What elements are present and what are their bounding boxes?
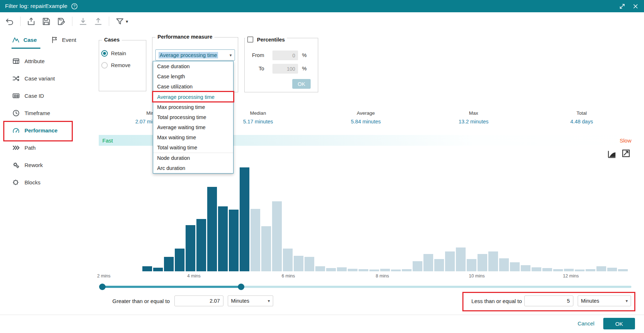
sidebar-item-label: Case variant xyxy=(25,75,55,82)
percentiles-legend-row: Percentiles xyxy=(245,36,287,43)
lte-label: Less than or equal to xyxy=(466,298,522,304)
fast-label: Fast xyxy=(102,137,113,144)
measure-option-case-duration[interactable]: Case duration xyxy=(153,61,233,71)
histogram-bar xyxy=(326,268,336,271)
histogram-bar xyxy=(542,268,552,271)
range-slider-handle-max[interactable] xyxy=(238,284,244,290)
lte-value-input[interactable] xyxy=(524,295,573,306)
x-axis-tick: 12 mins xyxy=(556,273,585,279)
measure-option-max-waiting-time[interactable]: Max waiting time xyxy=(153,132,233,143)
ok-button[interactable]: OK xyxy=(603,318,635,329)
measure-option-node-duration[interactable]: Node duration xyxy=(153,153,233,163)
tab-case[interactable]: Case xyxy=(12,36,37,44)
histogram-bar xyxy=(510,262,520,271)
range-slider-handle-min[interactable] xyxy=(99,284,106,290)
measure-select[interactable]: Average processing time ▾ xyxy=(155,49,235,61)
histogram-bar xyxy=(369,270,379,271)
undo-icon[interactable] xyxy=(5,17,14,26)
to-label: To xyxy=(251,66,264,71)
x-axis-tick: 4 mins xyxy=(179,273,208,279)
save-edit-icon[interactable] xyxy=(57,17,66,26)
download-icon[interactable] xyxy=(79,17,88,26)
histogram-bar xyxy=(283,249,293,271)
histogram-bar xyxy=(196,219,206,271)
measure-option-max-processing-time[interactable]: Max processing time xyxy=(153,102,233,112)
histogram-bar xyxy=(467,259,476,271)
upload-icon[interactable] xyxy=(94,17,103,26)
filter-log-dialog: Filter log: repairExample ? xyxy=(0,0,644,333)
chevron-down-icon: ▾ xyxy=(268,298,270,303)
histogram-bar xyxy=(186,225,195,271)
chevrons-icon xyxy=(12,144,20,152)
stat-label: Average xyxy=(326,110,405,116)
sidebar-item-case-variant[interactable]: Case variant xyxy=(12,72,55,84)
chevron-down-icon: ▾ xyxy=(126,19,128,24)
title-bar: Filter log: repairExample ? xyxy=(0,0,644,12)
sidebar-item-label: Case ID xyxy=(25,93,44,99)
retain-radio[interactable] xyxy=(101,50,108,57)
histogram-bar xyxy=(250,209,260,271)
gte-label: Greater than or equal to xyxy=(101,298,170,304)
expand-icon[interactable] xyxy=(619,3,626,10)
chevron-down-icon: ▾ xyxy=(626,298,628,303)
shuffle-icon xyxy=(12,75,20,82)
to-percent-sign: % xyxy=(302,66,307,71)
x-axis-tick: 2 mins xyxy=(89,273,118,279)
table-icon xyxy=(12,57,20,65)
save-icon[interactable] xyxy=(42,17,51,26)
histogram-bar xyxy=(175,249,185,271)
from-percent-sign: % xyxy=(302,52,307,58)
histogram-bar xyxy=(456,247,466,271)
measure-select-value: Average processing time xyxy=(159,52,218,58)
cancel-button[interactable]: Cancel xyxy=(572,320,600,327)
measure-option-total-waiting-time[interactable]: Total waiting time xyxy=(153,143,233,153)
histogram-bar xyxy=(532,267,541,271)
histogram-bar xyxy=(618,269,628,271)
gauge-icon xyxy=(12,127,20,134)
sidebar-item-label: Attribute xyxy=(25,58,45,64)
measure-option-total-processing-time[interactable]: Total processing time xyxy=(153,112,233,122)
percentiles-ok-button: OK xyxy=(292,79,311,89)
stat-label: Max xyxy=(434,110,513,116)
histogram-bar xyxy=(423,254,433,271)
histogram-bar xyxy=(380,269,390,271)
histogram-bar xyxy=(488,251,498,271)
svg-text:?: ? xyxy=(74,4,76,8)
percentiles-legend: Percentiles xyxy=(257,37,285,43)
measure-option-average-waiting-time[interactable]: Average waiting time xyxy=(153,122,233,132)
import-icon[interactable] xyxy=(27,17,36,26)
filter-menu-button[interactable]: ▾ xyxy=(115,17,128,26)
sidebar-item-timeframe[interactable]: Timeframe xyxy=(12,107,50,119)
remove-radio[interactable] xyxy=(101,62,108,69)
close-icon[interactable] xyxy=(632,3,639,10)
dialog-title: Filter log: repairExample xyxy=(5,3,67,9)
measure-option-average-processing-time[interactable]: Average processing time xyxy=(153,92,233,102)
gte-unit-select[interactable]: Minutes ▾ xyxy=(228,295,273,306)
histogram-bar xyxy=(153,268,163,271)
sidebar-item-case-id[interactable]: Case ID xyxy=(12,89,44,102)
tab-event[interactable]: Event xyxy=(51,36,76,44)
x-axis-tick: 6 mins xyxy=(274,273,303,279)
percentiles-checkbox[interactable] xyxy=(247,36,253,43)
histogram-bar xyxy=(521,265,530,271)
toolbar-separator xyxy=(20,17,21,26)
gte-value-input[interactable] xyxy=(174,295,223,306)
histogram-bar xyxy=(164,257,174,271)
measure-option-case-length[interactable]: Case length xyxy=(153,71,233,82)
help-icon[interactable]: ? xyxy=(71,3,78,10)
measure-option-case-utilization[interactable]: Case utilization xyxy=(153,82,233,92)
sidebar-item-attribute[interactable]: Attribute xyxy=(12,55,45,67)
stat-value: 4.48 days xyxy=(542,119,621,124)
measure-dropdown-list: Case durationCase lengthCase utilization… xyxy=(153,61,234,174)
sidebar-item-path[interactable]: Path xyxy=(12,141,36,154)
histogram-bar xyxy=(359,269,368,271)
toolbar-separator xyxy=(72,17,72,26)
remove-radio-label: Remove xyxy=(111,62,130,68)
measure-option-arc-duration[interactable]: Arc duration xyxy=(153,163,233,173)
retain-radio-label: Retain xyxy=(111,51,126,56)
chevron-down-icon: ▾ xyxy=(230,53,232,58)
sidebar-item-performance[interactable]: Performance xyxy=(12,124,58,136)
lte-unit-select[interactable]: Minutes ▾ xyxy=(578,295,631,306)
to-input xyxy=(272,64,298,74)
histogram-bar xyxy=(499,258,509,271)
